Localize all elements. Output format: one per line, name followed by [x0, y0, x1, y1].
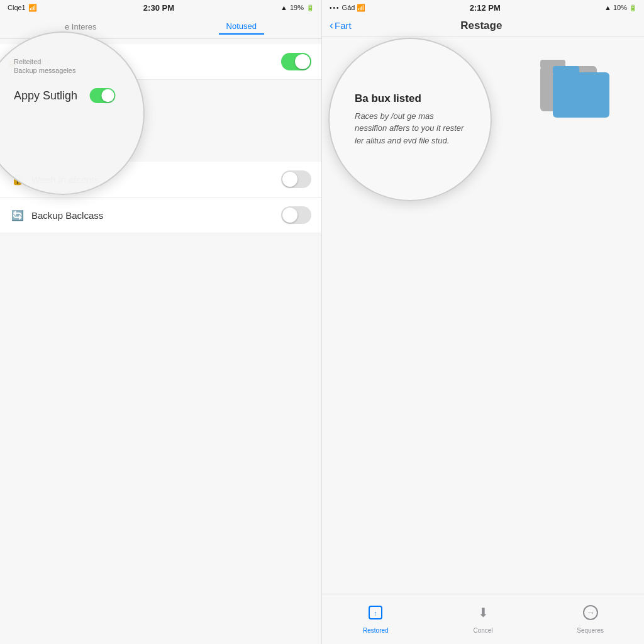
- item-left-backup: 🔄 Backup Baclcass: [10, 208, 103, 223]
- nav-title-right: Restage: [352, 19, 611, 32]
- battery-icon-left: 🔋: [306, 4, 314, 11]
- popup-main-label: Appy Sutligh: [14, 89, 77, 103]
- right-panel: ••• Gád 📶 2:12 PM ▲ 10% 🔋 ‹ Fart Restage: [322, 0, 644, 644]
- bottom-tab-bar: ↑ Restored ⬇ Concel → Sequeres: [322, 594, 644, 644]
- toggle-weeh[interactable]: [281, 170, 311, 188]
- concel-icon: ⬇: [475, 604, 491, 625]
- restored-icon: ↑: [367, 604, 384, 625]
- popup-toggle-row: Appy Sutligh: [14, 87, 118, 104]
- back-label: Fart: [335, 20, 352, 31]
- popup-subtitle: Relteited: [14, 58, 41, 65]
- wifi-icon-left: 📶: [28, 4, 37, 12]
- status-bar-right: ••• Gád 📶 2:12 PM ▲ 10% 🔋: [322, 0, 644, 15]
- svg-text:→: →: [586, 608, 595, 618]
- carrier-right: Gád: [342, 4, 355, 11]
- folder-svg: [534, 53, 635, 123]
- toggle-backus[interactable]: [281, 53, 311, 70]
- info-circle-title: Ba bux listed: [355, 92, 468, 105]
- chevron-left-icon: ‹: [330, 19, 333, 32]
- svg-rect-2: [553, 72, 609, 118]
- svg-text:↑: ↑: [374, 609, 378, 617]
- left-status-right: ••• Gád 📶: [330, 4, 365, 12]
- battery-right: 10%: [613, 4, 627, 11]
- carrier-left: Clqe1: [8, 4, 26, 11]
- signal-icon-left: ▲: [280, 4, 287, 11]
- wifi-icon-right: 📶: [357, 4, 365, 11]
- tab-label-concel: Concel: [473, 627, 492, 634]
- battery-left: 19%: [290, 4, 304, 11]
- tab-concel[interactable]: ⬇ Concel: [458, 604, 508, 634]
- svg-text:⬇: ⬇: [477, 606, 488, 619]
- info-circle-text: Races by /out ge mas nessifion affers to…: [355, 110, 468, 147]
- left-panel: Clqe1 📶 2:30 PM ▲ 19% 🔋 e Interes Notuse…: [0, 0, 322, 644]
- sequeres-icon: →: [582, 604, 599, 625]
- tab-notused[interactable]: Notused: [219, 19, 264, 35]
- status-bar-left: Clqe1 📶 2:30 PM ▲ 19% 🔋: [0, 0, 321, 15]
- toggle-backup[interactable]: [281, 206, 311, 224]
- time-left: 2:30 PM: [143, 3, 174, 13]
- popup-subtext: Backup messageles: [14, 67, 75, 74]
- left-status-info: Clqe1 📶: [8, 4, 37, 12]
- dots-icon: •••: [330, 4, 340, 11]
- back-button[interactable]: ‹ Fart: [330, 19, 352, 32]
- time-right: 2:12 PM: [470, 3, 501, 13]
- nav-bar-right: ‹ Fart Restage: [322, 15, 644, 36]
- tab-restored[interactable]: ↑ Restored: [350, 604, 401, 634]
- item-label-backup: Backup Baclcass: [31, 210, 103, 221]
- tab-sequeres[interactable]: → Sequeres: [565, 604, 616, 634]
- info-circle: Ba bux listed Races by /out ge mas nessi…: [328, 38, 492, 201]
- right-status-info-right: ▲ 10% 🔋: [604, 4, 636, 11]
- folder-area: [534, 53, 635, 125]
- svg-rect-3: [553, 66, 579, 75]
- tab-label-restored: Restored: [363, 627, 389, 634]
- right-status-info-left: ▲ 19% 🔋: [280, 4, 314, 11]
- tab-label-sequeres: Sequeres: [577, 627, 604, 634]
- popup-toggle[interactable]: [90, 88, 116, 103]
- refresh-icon-backup: 🔄: [10, 208, 25, 223]
- battery-icon-right: 🔋: [629, 4, 636, 11]
- signal-icon-right: ▲: [604, 4, 611, 11]
- settings-item-backup: 🔄 Backup Baclcass: [0, 197, 321, 233]
